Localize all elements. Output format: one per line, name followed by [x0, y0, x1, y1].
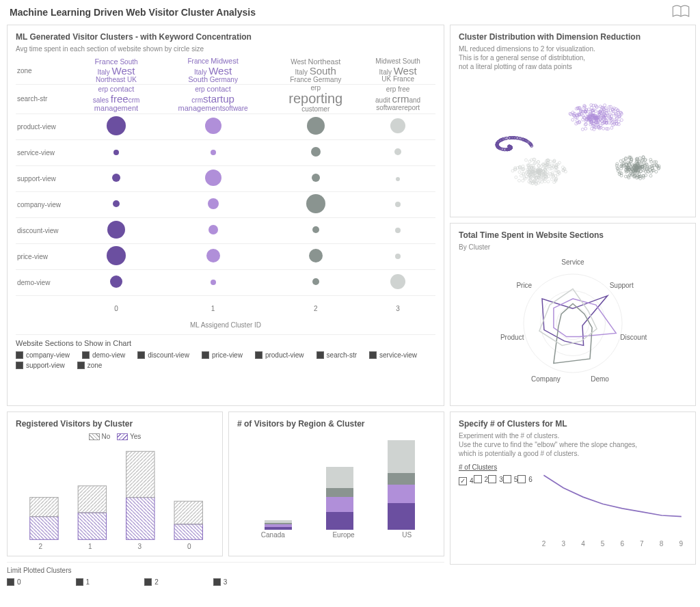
wordcloud-zone-0: France SouthItaly WestNortheast UK: [77, 57, 155, 84]
bubble-cell: [155, 139, 271, 165]
cluster-keyword-panel: ML Generated Visitor Clusters - with Key…: [7, 25, 444, 406]
radar-axis-label: Product: [500, 334, 524, 341]
svg-point-893: [534, 161, 537, 164]
bubble-grid: zone France SouthItaly WestNortheast UK …: [16, 57, 435, 321]
bubble-cell: [271, 243, 360, 269]
bubble-cell: [155, 165, 271, 191]
bubble-cell: [360, 191, 435, 217]
filter-zone[interactable]: zone: [77, 362, 103, 369]
wordcloud-zone-2: West NortheastItaly SouthFrance Germany: [271, 57, 360, 84]
svg-point-593: [655, 170, 658, 173]
svg-rect-932: [126, 498, 154, 540]
bubble-cell: [360, 269, 435, 295]
svg-point-732: [515, 176, 517, 178]
limit-clusters-bar: Limit Plotted Clusters 0123: [7, 562, 444, 586]
wordcloud-zone-3: Midwest SouthItaly WestUK France: [360, 57, 435, 84]
bubble-cell: [360, 217, 435, 243]
svg-rect-934: [174, 524, 202, 539]
row-label: demo-view: [16, 269, 77, 295]
svg-point-643: [638, 157, 641, 159]
wordcloud-search-2: erpreportingcustomer: [271, 84, 360, 113]
x-tick: 6: [620, 540, 624, 548]
svg-point-475: [620, 119, 623, 122]
cluster-count-6[interactable]: 6: [517, 475, 533, 483]
cluster-count-5[interactable]: 5: [503, 475, 518, 483]
x-tick: 1: [88, 543, 92, 550]
filter-company-view[interactable]: company-view: [16, 351, 70, 359]
row-label: support-view: [16, 165, 77, 191]
cluster-count-4[interactable]: ✓4: [459, 477, 474, 485]
svg-point-729: [522, 165, 524, 167]
x-tick: 4: [581, 540, 585, 548]
bubble-cell: [77, 217, 155, 243]
row-label: service-view: [16, 139, 77, 165]
scatter-panel: Cluster Distribution with Dimension Redu…: [450, 25, 696, 217]
svg-rect-930: [78, 513, 106, 539]
wordcloud-search-0: erp contactsales freecrmmanagement: [77, 84, 155, 113]
svg-rect-929: [30, 498, 58, 517]
bubble-cell: [77, 139, 155, 165]
cluster-keyword-title: ML Generated Visitor Clusters - with Key…: [16, 32, 435, 42]
bubble-cell: [77, 269, 155, 295]
guide-icon[interactable]: [671, 4, 690, 21]
filter-product-view[interactable]: product-view: [255, 351, 304, 359]
x-tick: 0: [77, 295, 155, 321]
svg-point-392: [604, 104, 606, 107]
row-label: discount-view: [16, 217, 77, 243]
filter-price-view[interactable]: price-view: [202, 351, 243, 359]
svg-rect-928: [30, 517, 58, 540]
radar-axis-label: Price: [516, 281, 532, 288]
bubble-cell: [77, 191, 155, 217]
svg-point-786: [547, 180, 550, 183]
svg-point-512: [649, 174, 652, 177]
x-tick: Europe: [332, 531, 354, 539]
bubble-cell: [77, 243, 155, 269]
x-tick: 3: [137, 543, 142, 550]
elbow-panel: Specify # of Clusters for ML Experiment …: [450, 412, 696, 565]
x-tick: 3: [360, 295, 435, 321]
bubble-cell: [271, 217, 360, 243]
x-tick: 2: [542, 540, 546, 548]
radar-axis-label: Discount: [620, 334, 647, 341]
x-tick: 2: [38, 543, 42, 550]
svg-point-470: [584, 123, 587, 126]
svg-point-244: [610, 126, 613, 129]
limit-cluster-0[interactable]: 0: [7, 578, 21, 586]
row-label: price-view: [16, 243, 77, 269]
svg-point-345: [584, 127, 587, 130]
filter-demo-view[interactable]: demo-view: [82, 351, 125, 359]
x-tick: 3: [561, 540, 565, 548]
limit-cluster-1[interactable]: 1: [76, 578, 90, 586]
filter-search-str[interactable]: search-str: [317, 351, 357, 359]
cluster-count-3[interactable]: 3: [488, 475, 503, 483]
elbow-opt-title: # of Clusters: [459, 463, 533, 471]
x-axis-label: ML Assigend Cluster ID: [16, 321, 435, 329]
x-tick: 0: [187, 543, 191, 550]
registered-panel: Registered Visitors by Cluster No Yes 21…: [7, 412, 223, 556]
limit-cluster-2[interactable]: 2: [144, 578, 159, 586]
page-title: Machine Learning Driven Web Visitor Clus…: [10, 7, 256, 18]
svg-point-801: [528, 160, 531, 163]
wordcloud-search-3: erp freeaudit crmandsoftwarereport: [360, 84, 435, 113]
limit-cluster-3[interactable]: 3: [213, 578, 228, 586]
bubble-cell: [155, 113, 271, 139]
registered-legend: No Yes: [16, 433, 214, 440]
x-tick: Canada: [261, 531, 285, 539]
radar-title: Total Time Spent in Website Sections: [459, 230, 687, 240]
svg-point-396: [581, 128, 584, 131]
elbow-title: Specify # of Clusters for ML: [459, 419, 687, 429]
svg-point-570: [617, 170, 619, 172]
svg-point-665: [619, 160, 622, 163]
scatter-note: ML reduced dimensions to 2 for visualiza…: [459, 44, 687, 71]
svg-point-886: [518, 171, 521, 174]
cluster-count-2[interactable]: 2: [474, 475, 489, 483]
bubble-cell: [271, 191, 360, 217]
svg-rect-933: [126, 452, 154, 498]
region-panel: # of Visitors by Region & Cluster Canada…: [228, 412, 444, 556]
filter-support-view[interactable]: support-view: [16, 362, 65, 369]
filter-service-view[interactable]: service-view: [369, 351, 417, 359]
svg-point-438: [571, 118, 574, 121]
filter-discount-view[interactable]: discount-view: [137, 351, 189, 359]
x-tick: 7: [640, 540, 644, 548]
bubble-cell: [360, 165, 435, 191]
